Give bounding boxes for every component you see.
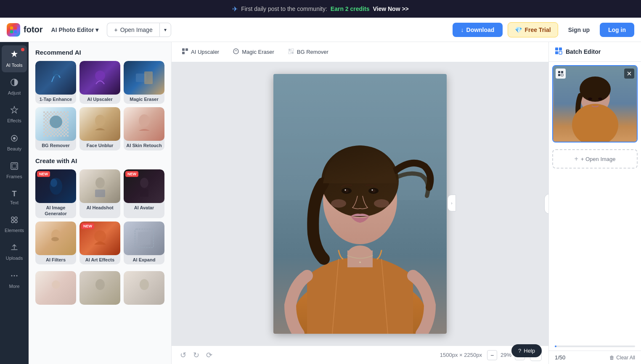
- batch-editor-header: Batch Editor: [549, 42, 641, 62]
- ai-card-ai-expand[interactable]: AI Expand: [124, 222, 164, 264]
- signup-button[interactable]: Sign up: [563, 23, 595, 37]
- ai-card-bottom2[interactable]: [79, 271, 120, 305]
- ai-card-bottom3[interactable]: [124, 271, 164, 305]
- text-icon: T: [12, 190, 17, 198]
- svg-rect-46: [289, 49, 291, 51]
- sidebar-item-label: Text: [10, 200, 19, 206]
- ai-photo-editor-label: AI Photo Editor: [51, 26, 94, 33]
- redo-button[interactable]: ↻: [191, 349, 201, 361]
- svg-rect-68: [555, 51, 558, 54]
- image-dimensions: 1500px × 2250px: [440, 352, 482, 358]
- svg-point-76: [580, 76, 611, 102]
- ai-card-label: AI Skin Retouch: [124, 141, 164, 150]
- ai-card-1tap[interactable]: 1-Tap Enhance: [35, 61, 76, 104]
- recommend-section-title: Recommend AI: [35, 49, 164, 56]
- ai-card-ai-headshot[interactable]: AI Headshot: [79, 169, 120, 219]
- diamond-icon: 💎: [515, 26, 522, 33]
- svg-point-32: [140, 178, 148, 188]
- bg-remover-tool-label: BG Remover: [297, 49, 328, 55]
- svg-rect-0: [10, 26, 13, 29]
- svg-point-26: [95, 115, 105, 127]
- ai-photo-editor-button[interactable]: AI Photo Editor ▾: [48, 25, 102, 35]
- svg-point-9: [11, 217, 14, 219]
- ai-card-bottom1[interactable]: [35, 271, 76, 305]
- undo-redo-controls: ↺ ↻ ⟳: [178, 349, 214, 361]
- ai-card-ai-avatar[interactable]: NEW AI Avatar: [124, 169, 164, 219]
- send-icon: ✈: [232, 5, 238, 13]
- sidebar-item-frames[interactable]: Frames: [2, 158, 27, 184]
- svg-rect-42: [182, 48, 185, 51]
- ai-card-ai-filters[interactable]: AI Filters: [35, 222, 76, 264]
- portrait-image[interactable]: [273, 74, 447, 334]
- help-label: Help: [524, 348, 535, 354]
- undo-button[interactable]: ↺: [178, 349, 188, 361]
- magic-eraser-tool-button[interactable]: Magic Eraser: [229, 46, 278, 58]
- sidebar-item-effects[interactable]: Effects: [2, 102, 27, 128]
- reset-button[interactable]: ⟳: [204, 349, 214, 361]
- left-sidebar: AI Tools Adjust Effects: [0, 42, 29, 364]
- ai-card-bg-remover[interactable]: BG Remover: [35, 107, 76, 150]
- svg-point-45: [233, 49, 238, 54]
- svg-rect-8: [12, 164, 16, 168]
- zoom-out-button[interactable]: −: [487, 350, 497, 360]
- logo-icon: [7, 23, 20, 37]
- free-trial-button[interactable]: 💎 Free Trial: [508, 22, 558, 37]
- main-layout: AI Tools Adjust Effects: [0, 42, 641, 364]
- help-button[interactable]: ? Help: [511, 344, 542, 357]
- create-section-title: Create with AI: [35, 157, 164, 164]
- ai-tools-panel: Recommend AI 1-Tap Enhance: [29, 42, 172, 364]
- svg-point-6: [13, 137, 16, 140]
- svg-rect-3: [14, 30, 17, 33]
- svg-point-12: [15, 220, 17, 223]
- new-badge: NEW: [81, 223, 94, 229]
- svg-rect-72: [558, 74, 560, 76]
- clear-all-button[interactable]: 🗑 Clear All: [609, 355, 635, 361]
- progress-bar-container: [555, 346, 635, 347]
- svg-rect-43: [185, 48, 188, 51]
- add-image-button[interactable]: + + Open Image: [552, 149, 638, 169]
- bg-remover-tool-button[interactable]: BG Remover: [284, 46, 332, 58]
- ai-card-upscaler[interactable]: AI Upscaler: [79, 61, 120, 104]
- ai-upscaler-tool-button[interactable]: AI Upscaler: [178, 46, 222, 58]
- view-now-link[interactable]: View Now >>: [373, 5, 408, 12]
- sidebar-item-uploads[interactable]: Uploads: [2, 239, 27, 265]
- sidebar-item-elements[interactable]: Elements: [2, 211, 27, 237]
- sidebar-item-adjust[interactable]: Adjust: [2, 74, 27, 100]
- ai-card-ai-image[interactable]: NEW AI Image Generator: [35, 169, 76, 219]
- login-button[interactable]: Log in: [600, 23, 634, 37]
- adjust-icon: [10, 78, 19, 89]
- zoom-level: 29%: [501, 352, 511, 358]
- svg-point-15: [16, 275, 18, 276]
- svg-point-17: [53, 70, 59, 77]
- sidebar-item-text[interactable]: T Text: [2, 185, 27, 210]
- collapse-panel-button[interactable]: ‹: [544, 194, 548, 214]
- sidebar-item-more[interactable]: More: [2, 267, 27, 293]
- image-thumbnail[interactable]: [552, 65, 638, 142]
- add-image-label: + Open Image: [581, 156, 616, 162]
- open-image-button[interactable]: + Open Image: [107, 23, 159, 37]
- open-image-dropdown-button[interactable]: ▾: [159, 23, 171, 37]
- plus-add-icon: +: [574, 155, 578, 163]
- svg-point-10: [15, 217, 17, 219]
- ai-card-ai-art[interactable]: NEW AI Art Effects: [79, 222, 120, 264]
- sidebar-item-ai-tools[interactable]: AI Tools: [2, 45, 27, 72]
- ai-card-label: AI Filters: [35, 255, 76, 264]
- plus-icon: +: [114, 26, 117, 33]
- thumbnail-delete-button[interactable]: [624, 69, 634, 79]
- sidebar-item-label: Uploads: [6, 256, 23, 261]
- banner-text: First daily post to the community:: [241, 5, 327, 12]
- download-button[interactable]: ↓ Download: [453, 23, 503, 37]
- svg-point-22: [50, 116, 62, 128]
- ai-card-label: AI Expand: [124, 255, 164, 264]
- logo[interactable]: fotor: [7, 23, 43, 37]
- ai-card-face-unblur[interactable]: Face Unblur: [79, 107, 120, 150]
- svg-rect-71: [561, 71, 563, 73]
- right-expand-button[interactable]: ›: [448, 195, 456, 211]
- ai-card-label: AI Upscaler: [79, 95, 120, 104]
- ai-card-label: Magic Eraser: [124, 95, 164, 104]
- svg-rect-70: [558, 71, 560, 73]
- sidebar-item-beauty[interactable]: Beauty: [2, 130, 27, 156]
- ai-card-skin-retouch[interactable]: AI Skin Retouch: [124, 107, 164, 150]
- ai-card-magic-eraser[interactable]: Magic Eraser: [124, 61, 164, 104]
- svg-point-14: [14, 275, 15, 276]
